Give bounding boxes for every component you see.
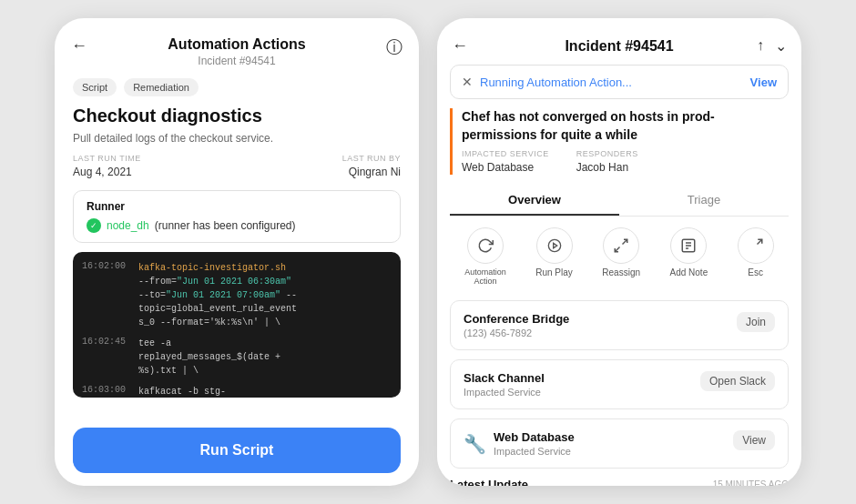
chevron-down-icon[interactable]: ⌄ (775, 37, 787, 55)
last-run-time: LAST RUN TIME Aug 4, 2021 (73, 154, 141, 179)
slack-info: Slack Channel Impacted Service (464, 371, 545, 398)
left-subtitle: Incident #94541 (73, 55, 401, 67)
incident-content: Chef has not converged on hosts in prod-… (437, 108, 801, 486)
impacted-service-label: IMPACTED SERVICE (462, 149, 549, 158)
esc-label: Esc (748, 267, 763, 277)
action-description: Pull detailed logs of the checkout servi… (73, 132, 401, 145)
incident-meta: IMPACTED SERVICE Web Database RESPONDERS… (462, 149, 789, 175)
left-title: Automation Actions (73, 36, 401, 53)
banner-left: ✕ Running Automation Action... (462, 75, 632, 89)
terminal-row-1: 16:02:00 kafka-topic-investigator.sh --f… (82, 261, 392, 329)
menu-button-left[interactable]: ⓘ (386, 36, 403, 58)
open-slack-button[interactable]: Open Slack (700, 371, 775, 391)
esc-circle (738, 227, 774, 264)
reassign-circle (603, 227, 639, 264)
actions-row: AutomationAction Run Play (450, 227, 789, 286)
tab-triage[interactable]: Triage (619, 186, 789, 216)
automation-banner: ✕ Running Automation Action... View (450, 65, 789, 99)
update-time: 15 MINUTES AGO (713, 479, 789, 486)
web-db-text: Web Database Impacted Service (494, 430, 575, 457)
run-play-label: Run Play (535, 267, 573, 277)
impacted-service: IMPACTED SERVICE Web Database (462, 149, 549, 175)
conference-sub: (123) 456-7892 (464, 328, 569, 338)
web-db-sub: Impacted Service (494, 446, 575, 457)
runner-name: node_dh (107, 219, 149, 232)
term-time-3: 16:03:00 (82, 385, 129, 398)
reassign-label: Reassign (602, 267, 640, 277)
add-note-circle (670, 227, 707, 264)
runner-status: ✓ node_dh (runner has been configured) (87, 218, 387, 233)
incident-title-area: Chef has not converged on hosts in prod-… (450, 108, 789, 175)
right-title: Incident #94541 (565, 38, 673, 55)
run-play-circle (536, 227, 573, 264)
tag-script[interactable]: Script (73, 78, 117, 96)
runner-configured-text: (runner has been configured) (155, 219, 296, 232)
conference-title: Conference Bridge (464, 312, 569, 326)
responders: RESPONDERS Jacob Han (576, 149, 638, 175)
responders-label: RESPONDERS (576, 149, 638, 158)
back-button-right[interactable]: ← (452, 36, 468, 55)
last-run-time-value: Aug 4, 2021 (73, 166, 132, 178)
conference-header: Conference Bridge (123) 456-7892 Join (464, 312, 775, 338)
term-cmd-2: tee -a replayed_messages_$(date + %s).tx… (138, 337, 280, 378)
last-run-by: LAST RUN BY Qingran Ni (342, 154, 401, 179)
last-run-by-value: Qingran Ni (349, 166, 401, 178)
meta-row: LAST RUN TIME Aug 4, 2021 LAST RUN BY Qi… (73, 154, 401, 179)
action-title: Checkout diagnostics (73, 106, 401, 126)
right-header-icons: ↑ ⌄ (757, 37, 787, 55)
slack-card: Slack Channel Impacted Service Open Slac… (450, 359, 789, 409)
runner-box: Runner ✓ node_dh (runner has been config… (73, 190, 401, 243)
slack-sub: Impacted Service (464, 387, 545, 398)
automation-circle (467, 227, 504, 264)
update-title: Latest Update (450, 478, 528, 486)
terminal-row-2: 16:02:45 tee -a replayed_messages_$(date… (82, 337, 392, 378)
join-button[interactable]: Join (737, 312, 775, 332)
share-icon[interactable]: ↑ (757, 37, 764, 55)
term-cmd-3: kafkacat -b stg- eventpipe.kafka.service… (138, 385, 297, 398)
last-run-time-label: LAST RUN TIME (73, 154, 141, 163)
action-reassign[interactable]: Reassign (602, 227, 640, 286)
last-run-by-label: LAST RUN BY (342, 154, 401, 163)
terminal-output: 16:02:00 kafka-topic-investigator.sh --f… (73, 252, 401, 398)
responders-value: Jacob Han (576, 161, 628, 174)
left-phone: ← Automation Actions Incident #94541 ⓘ S… (55, 18, 419, 486)
tabs-row: Overview Triage (450, 186, 789, 217)
automation-label: AutomationAction (464, 267, 506, 286)
action-run-play[interactable]: Run Play (535, 227, 573, 286)
latest-update: Latest Update 15 MINUTES AGO We've run i… (450, 478, 789, 486)
slack-header: Slack Channel Impacted Service Open Slac… (464, 371, 775, 398)
tag-remediation[interactable]: Remediation (124, 78, 199, 96)
check-icon: ✓ (87, 218, 101, 233)
right-header: ← Incident #94541 ↑ ⌄ (437, 18, 801, 65)
web-db-info: 🔧 Web Database Impacted Service (464, 430, 575, 457)
wrench-icon: 🔧 (464, 433, 486, 455)
impacted-service-value: Web Database (462, 161, 534, 174)
term-time-2: 16:02:45 (82, 337, 129, 378)
bottom-button-area: Run Script (55, 415, 419, 486)
incident-title: Chef has not converged on hosts in prod-… (462, 108, 789, 144)
term-cmd-1: kafka-topic-investigator.sh --from="Jun … (138, 261, 297, 329)
tags-row: Script Remediation (55, 78, 419, 106)
tab-overview[interactable]: Overview (450, 186, 619, 216)
web-db-title: Web Database (494, 430, 575, 444)
web-db-card: 🔧 Web Database Impacted Service View (450, 418, 789, 469)
close-banner-icon[interactable]: ✕ (462, 75, 473, 89)
conference-info: Conference Bridge (123) 456-7892 (464, 312, 569, 338)
left-header: ← Automation Actions Incident #94541 ⓘ (55, 18, 419, 78)
action-add-note[interactable]: Add Note (670, 227, 708, 286)
terminal-row-3: 16:03:00 kafkacat -b stg- eventpipe.kafk… (82, 385, 392, 398)
term-time-1: 16:02:00 (82, 261, 129, 329)
conference-card: Conference Bridge (123) 456-7892 Join (450, 300, 789, 350)
back-button-left[interactable]: ← (71, 36, 87, 55)
add-note-label: Add Note (670, 267, 708, 277)
action-automation[interactable]: AutomationAction (464, 227, 506, 286)
action-esc[interactable]: Esc (738, 227, 774, 286)
view-button[interactable]: View (750, 76, 777, 89)
slack-title: Slack Channel (464, 371, 545, 385)
run-script-button[interactable]: Run Script (73, 428, 401, 473)
view-web-db-button[interactable]: View (733, 430, 775, 450)
banner-text: Running Automation Action... (480, 76, 632, 89)
runner-label: Runner (87, 200, 387, 213)
svg-point-0 (548, 240, 560, 252)
left-content: Checkout diagnostics Pull detailed logs … (55, 106, 419, 415)
